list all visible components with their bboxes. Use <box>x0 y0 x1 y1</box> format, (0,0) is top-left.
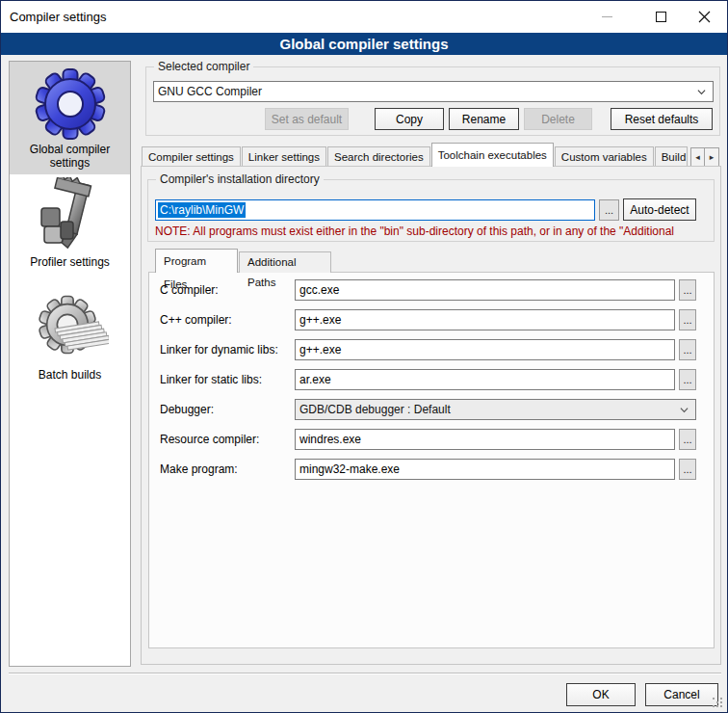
dialog-banner: Global compiler settings <box>1 33 727 55</box>
window-title: Compiler settings <box>10 10 106 24</box>
cpp-compiler-browse-button[interactable]: ... <box>679 309 696 330</box>
dynamic-linker-browse-button[interactable]: ... <box>679 339 696 360</box>
tab-compiler-settings[interactable]: Compiler settings <box>142 146 241 167</box>
make-program-input[interactable] <box>295 459 675 480</box>
gray-gear-papers-icon <box>32 290 109 367</box>
subtab-program-files[interactable]: Program Files <box>155 249 238 273</box>
installation-directory-browse-button[interactable]: ... <box>599 199 619 221</box>
tab-strip: Compiler settings Linker settings Search… <box>142 143 719 167</box>
static-linker-input[interactable] <box>295 369 675 390</box>
close-icon <box>698 11 711 23</box>
tab-custom-variables[interactable]: Custom variables <box>555 146 654 167</box>
minimize-icon <box>602 16 612 17</box>
arrow-right-icon: ▸ <box>710 153 715 162</box>
note-text: NOTE: All programs must exist either in … <box>155 224 715 238</box>
tab-scroll-left-button[interactable]: ◂ <box>690 147 705 167</box>
selected-compiler-group-label: Selected compiler <box>154 60 253 73</box>
rename-button[interactable]: Rename <box>449 108 519 130</box>
tab-toolchain-executables[interactable]: Toolchain executables <box>431 143 554 167</box>
compiler-settings-dialog: Compiler settings Global compiler settin… <box>0 0 728 713</box>
chevron-down-icon <box>680 406 689 414</box>
tab-scroll-buttons: ◂ ▸ <box>690 147 719 167</box>
sidebar-item-label: Profiler settings <box>10 254 130 269</box>
titlebar: Compiler settings <box>1 1 727 33</box>
field-label: Linker for dynamic libs: <box>160 343 278 356</box>
c-compiler-browse-button[interactable]: ... <box>679 279 696 301</box>
footer-separator <box>9 673 721 674</box>
c-compiler-input[interactable] <box>295 279 675 301</box>
cancel-button[interactable]: Cancel <box>645 683 718 706</box>
blue-gear-icon <box>32 65 109 142</box>
tab-search-directories[interactable]: Search directories <box>327 146 430 167</box>
installation-directory-group-label: Compiler's installation directory <box>156 172 324 186</box>
set-as-default-button: Set as default <box>265 108 349 130</box>
minimize-button[interactable] <box>585 1 629 32</box>
delete-button: Delete <box>524 108 592 130</box>
tab-scroll-right-button[interactable]: ▸ <box>705 147 719 167</box>
sidebar-item-batch-builds[interactable]: Batch builds <box>10 287 130 400</box>
chevron-down-icon <box>697 88 706 96</box>
debugger-select-value: GDB/CDB debugger : Default <box>299 403 680 416</box>
reset-defaults-button[interactable]: Reset defaults <box>611 108 713 130</box>
copy-button[interactable]: Copy <box>375 108 444 130</box>
maximize-icon <box>656 12 666 22</box>
installation-directory-value: C:\raylib\MinGW <box>158 202 246 218</box>
sidebar-item-label: Global compiler settings <box>10 142 130 170</box>
auto-detect-button[interactable]: Auto-detect <box>623 198 696 221</box>
sidebar-item-profiler-settings[interactable]: Profiler settings <box>10 174 130 287</box>
close-button[interactable] <box>682 1 726 32</box>
field-label: Linker for static libs: <box>160 373 262 386</box>
arrow-left-icon: ◂ <box>695 153 700 162</box>
field-label: Resource compiler: <box>160 433 259 446</box>
sidebar-item-global-compiler-settings[interactable]: Global compiler settings <box>10 62 130 174</box>
field-label: Make program: <box>160 462 238 476</box>
installation-directory-input[interactable]: C:\raylib\MinGW <box>155 199 595 221</box>
field-label: C++ compiler: <box>160 313 232 327</box>
settings-category-list: Global compiler settings <box>9 61 131 667</box>
debugger-select[interactable]: GDB/CDB debugger : Default <box>295 399 696 420</box>
cpp-compiler-input[interactable] <box>295 309 675 330</box>
resource-compiler-input[interactable] <box>295 429 675 450</box>
maximize-button[interactable] <box>638 1 683 32</box>
selected-compiler-group: Selected compiler GNU GCC Compiler Set a… <box>145 66 720 136</box>
resize-grip[interactable] <box>713 698 723 708</box>
subtab-additional-paths[interactable]: Additional Paths <box>239 251 331 273</box>
static-linker-browse-button[interactable]: ... <box>679 369 696 390</box>
dynamic-linker-input[interactable] <box>295 339 675 360</box>
tab-build-options-clipped[interactable]: Build <box>655 146 688 167</box>
tab-linker-settings[interactable]: Linker settings <box>242 146 326 167</box>
field-label: Debugger: <box>160 403 214 416</box>
compiler-select[interactable]: GNU GCC Compiler <box>153 81 714 102</box>
compiler-select-value: GNU GCC Compiler <box>158 85 697 98</box>
ok-button[interactable]: OK <box>566 683 636 706</box>
make-program-browse-button[interactable]: ... <box>679 459 696 480</box>
caliper-icon <box>32 177 109 254</box>
sidebar-item-label: Batch builds <box>10 367 130 382</box>
resource-compiler-browse-button[interactable]: ... <box>679 429 696 450</box>
